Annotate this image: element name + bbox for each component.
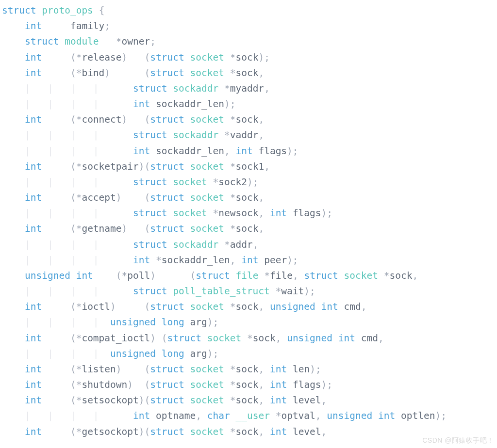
keyword-int: int	[25, 114, 42, 125]
keyword-struct: struct	[304, 270, 338, 281]
keyword-int: int	[25, 301, 42, 312]
keyword-int: int	[338, 333, 355, 344]
field-socketpair: socketpair	[82, 161, 138, 172]
param-sock: sock	[235, 301, 258, 312]
param-newsock: newsock	[218, 208, 258, 219]
keyword-struct: struct	[25, 36, 59, 47]
keyword-int: int	[25, 333, 42, 344]
param-sock: sock	[235, 223, 258, 234]
keyword-struct: struct	[133, 83, 167, 94]
keyword-int: int	[270, 426, 287, 437]
keyword-struct: struct	[2, 5, 36, 16]
keyword-long: long	[162, 348, 184, 359]
keyword-struct: struct	[150, 395, 184, 406]
keyword-struct: struct	[150, 364, 184, 375]
param-wait: wait	[281, 286, 304, 297]
type-poll-table-struct: poll_table_struct	[173, 286, 270, 297]
type-socket: socket	[173, 176, 207, 188]
keyword-int: int	[25, 395, 42, 406]
keyword-int: int	[76, 270, 93, 281]
keyword-unsigned: unsigned	[25, 270, 70, 281]
field-release: release	[82, 52, 121, 63]
param-sock: sock	[235, 395, 258, 406]
type-file: file	[235, 270, 258, 281]
field-bind: bind	[82, 67, 104, 79]
keyword-char: char	[207, 410, 230, 421]
param-sockaddr-len: sockaddr_len	[156, 145, 224, 157]
keyword-struct: struct	[150, 301, 184, 312]
type-sockaddr: sockaddr	[173, 83, 218, 94]
param-level: level	[293, 395, 321, 406]
param-arg: arg	[190, 348, 207, 359]
type-socket: socket	[190, 426, 224, 437]
keyword-int: int	[235, 145, 252, 157]
type-module: module	[65, 36, 99, 47]
keyword-unsigned: unsigned	[110, 317, 156, 328]
keyword-int: int	[270, 395, 287, 406]
keyword-int: int	[25, 20, 42, 32]
type-socket: socket	[190, 364, 224, 375]
field-poll: poll	[127, 270, 150, 281]
param-myaddr: myaddr	[230, 83, 264, 94]
type-socket: socket	[190, 52, 224, 63]
field-getsockopt: getsockopt	[82, 426, 138, 437]
type-socket: socket	[190, 114, 224, 125]
code-block: struct proto_ops { int family; struct mo…	[0, 0, 497, 443]
keyword-struct: struct	[150, 67, 184, 79]
param-arg: arg	[190, 317, 207, 328]
keyword-int: int	[25, 379, 42, 390]
keyword-struct: struct	[150, 379, 184, 390]
field-owner: owner	[122, 36, 150, 47]
keyword-struct: struct	[196, 270, 230, 281]
keyword-int: int	[133, 410, 150, 421]
keyword-struct: struct	[150, 223, 184, 234]
param-sock: sock	[235, 379, 258, 390]
keyword-int: int	[25, 161, 42, 172]
keyword-long: long	[162, 317, 184, 328]
type-sockaddr: sockaddr	[173, 129, 218, 141]
keyword-struct: struct	[133, 176, 167, 188]
param-peer: peer	[264, 255, 287, 266]
keyword-int: int	[25, 67, 42, 79]
keyword-int: int	[270, 364, 287, 375]
type-socket: socket	[190, 379, 224, 390]
param-sock: sock	[235, 364, 258, 375]
field-listen: listen	[82, 364, 116, 375]
keyword-int: int	[25, 192, 42, 203]
keyword-struct: struct	[150, 192, 184, 203]
type-socket: socket	[207, 333, 241, 344]
keyword-int: int	[25, 52, 42, 63]
type-socket: socket	[190, 67, 224, 79]
keyword-struct: struct	[133, 208, 167, 219]
param-sock: sock	[390, 270, 413, 281]
keyword-unsigned: unsigned	[110, 348, 156, 359]
keyword-struct: struct	[150, 52, 184, 63]
field-setsockopt: setsockopt	[82, 395, 138, 406]
type-socket: socket	[173, 208, 207, 219]
param-cmd: cmd	[344, 301, 361, 312]
keyword-int: int	[133, 98, 150, 110]
param-flags: flags	[293, 379, 321, 390]
keyword-int: int	[133, 255, 150, 266]
keyword-struct: struct	[167, 333, 201, 344]
keyword-int: int	[270, 379, 287, 390]
keyword-int: int	[25, 426, 42, 437]
field-shutdown: shutdown	[82, 379, 127, 390]
param-sockaddr-len: sockaddr_len	[156, 98, 224, 110]
type-socket: socket	[190, 395, 224, 406]
type-socket: socket	[190, 301, 224, 312]
field-family: family	[70, 20, 104, 32]
type-user: __user	[235, 410, 269, 421]
param-sock: sock	[253, 333, 276, 344]
type-sockaddr: sockaddr	[173, 239, 218, 250]
csdn-watermark: CSDN @阿猿收手吧！	[422, 435, 494, 446]
keyword-int: int	[133, 145, 150, 157]
type-socket: socket	[190, 223, 224, 234]
keyword-int: int	[241, 255, 258, 266]
param-len: len	[293, 364, 310, 375]
type-socket: socket	[344, 270, 378, 281]
keyword-struct: struct	[150, 114, 184, 125]
param-sock1: sock1	[235, 161, 264, 172]
keyword-struct: struct	[150, 161, 184, 172]
param-cmd: cmd	[361, 333, 378, 344]
